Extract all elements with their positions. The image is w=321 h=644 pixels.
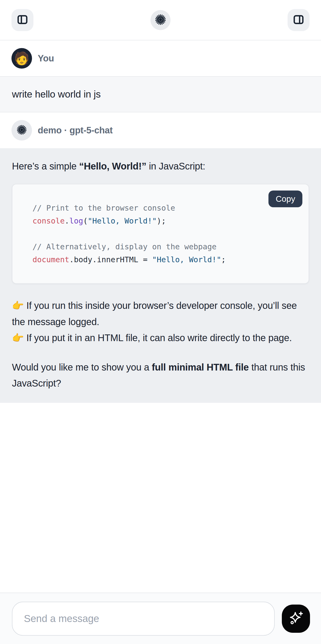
panel-toggle-button[interactable]: [288, 9, 310, 31]
panel-left-icon: [16, 14, 29, 26]
empty-chat-area: [0, 403, 321, 592]
code-block-content: // Print to the browser console console.…: [32, 202, 299, 266]
user-message-bubble: write hello world in js: [0, 76, 321, 112]
message-composer: [0, 592, 321, 644]
user-sender-label: You: [38, 53, 54, 64]
assistant-message-header: demo · gpt-5-chat: [0, 112, 321, 148]
panel-right-icon: [292, 14, 305, 26]
user-message-text: write hello world in js: [12, 89, 101, 100]
starburst-icon: [155, 14, 166, 26]
assistant-intro-text: Here’s a simple “Hello, World!” in JavaS…: [12, 158, 309, 174]
assistant-tips-text: 👉 If you run this inside your browser’s …: [12, 298, 309, 346]
send-button[interactable]: [282, 604, 310, 633]
user-avatar: 🧑: [11, 48, 32, 68]
assistant-avatar: [11, 120, 32, 140]
sparkle-icon: [288, 610, 304, 627]
top-bar: [0, 0, 321, 40]
copy-code-button[interactable]: Copy: [269, 190, 302, 207]
sidebar-toggle-button[interactable]: [11, 9, 33, 31]
assistant-sender-label: demo · gpt-5-chat: [38, 125, 113, 136]
starburst-icon: [16, 124, 27, 136]
assistant-question-text: Would you like me to show you a full min…: [12, 359, 309, 391]
user-message-header: 🧑 You: [0, 40, 321, 76]
assistant-message-bubble: Here’s a simple “Hello, World!” in JavaS…: [0, 148, 321, 403]
code-block: Copy // Print to the browser console con…: [12, 184, 309, 284]
model-avatar-chip[interactable]: [150, 10, 171, 30]
person-emoji-icon: 🧑: [14, 52, 30, 64]
message-input[interactable]: [12, 602, 275, 636]
